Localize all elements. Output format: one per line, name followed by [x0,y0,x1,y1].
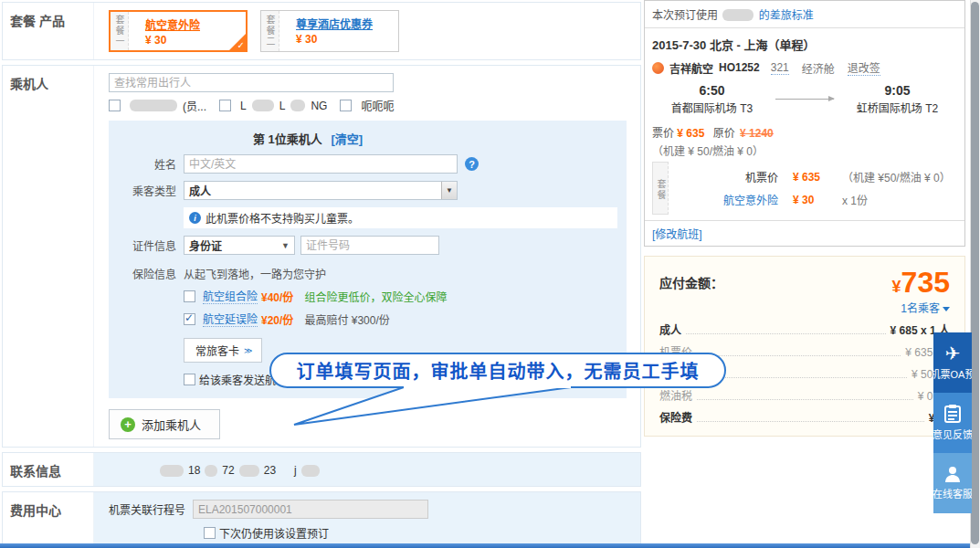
passenger-type-value: 成人 [184,183,441,198]
sms-notify-checkbox[interactable] [184,374,195,385]
fare-value: ¥ 635 [677,127,704,140]
info-icon: i [189,212,201,224]
breakdown-row: 航空意外险 ¥ 30 x 1份 [669,188,957,211]
travel-policy-line: 本次预订使用 的差旅标准 [645,1,964,28]
arrival-time: 9:05 [838,83,957,98]
redacted-name [290,100,305,111]
fare-label: 票价 [652,127,674,140]
tab-online-service[interactable]: 在线客服 [933,453,972,513]
quick-pick-label: L [240,100,247,112]
remember-setting-label: 下次仍使用该设置预订 [219,525,329,541]
departure-time: 6:50 [652,83,772,98]
quick-pick-checkbox[interactable] [109,100,121,111]
taxes-note: （机建 ¥ 50/燃油 ¥ 0） [652,142,957,158]
flight-number: HO1252 [719,61,760,74]
modify-flight-link[interactable]: [修改航班] [652,228,702,241]
delay-insurance-price: ¥20/份 [261,311,293,327]
insurance-link[interactable]: 航空意外险 [669,192,778,207]
breakdown-value: ¥ 635 [778,171,842,184]
package-card-insurance[interactable]: 套餐一 航空意外险 ¥ 30 ✓ [109,10,248,52]
cabin-class: 经济舱 [802,60,835,76]
amount-due-label: 应付金额： [659,266,723,291]
section-cost-center: 费用中心 机票关联行程号 下次仍使用该设置预订 [2,491,641,548]
bundle-tab-label: 套餐 [652,162,669,215]
checkmark-icon: ✓ [237,40,245,50]
passenger-type-select[interactable]: 成人 ▼ [184,181,458,200]
delay-insurance-desc: 最高赔付 ¥300/份 [304,311,389,327]
delay-insurance-checkbox[interactable] [184,313,195,325]
passenger-type-label: 乘客类型 [118,183,176,198]
chevron-down-icon [943,307,950,311]
bottom-divider-bar [0,543,970,548]
amount-due-panel: 应付金额： ¥735 1名乘客 成人¥ 685 x 1 人 机票价¥ 635 /… [644,256,965,437]
package-name-link[interactable]: 尊享酒店优惠券 [296,18,373,31]
breakdown-extra: （机建 ¥50/燃油 ¥ 0） [842,169,951,184]
section-contact: 联系信息 187223 j [2,452,641,487]
frequent-flyer-button[interactable]: 常旅客卡 ≫ [184,338,262,363]
combo-insurance-link[interactable]: 航空组合险 [203,288,258,304]
airline-logo-icon [652,62,664,74]
package-tab-label: 套餐一 [111,12,129,50]
plus-icon: + [121,417,135,432]
quick-pick-checkbox[interactable] [219,100,231,111]
trip-number-label: 机票关联行程号 [109,501,185,517]
bundle-breakdown: 套餐 机票价 ¥ 635 （机建 ¥50/燃油 ¥ 0） 航空意外险 ¥ 30 … [652,162,957,215]
person-icon [943,466,962,482]
add-passenger-button[interactable]: + 添加乘机人 [109,409,220,439]
quick-pick-label: NG [311,100,327,112]
section-packages-label: 套餐 产品 [3,3,94,59]
section-contact-label: 联系信息 [3,453,94,486]
redacted-name [160,465,184,477]
breakdown-label: 机票价 [669,169,778,184]
child-ticket-note: i 此机票价格不支持购买儿童票。 [184,207,617,228]
dropdown-arrow-icon[interactable]: ▼ [441,182,457,199]
help-icon[interactable]: ? [465,157,479,171]
insurance-label: 保险信息 [118,266,176,281]
section-packages: 套餐 产品 套餐一 航空意外险 ¥ 30 ✓ 套餐二 [2,2,641,60]
redacted-name [252,100,274,111]
delay-insurance-link[interactable]: 航空延误险 [203,311,258,327]
passenger-name-input[interactable] [184,154,458,174]
total-row-adult: 成人¥ 685 x 1 人 [659,321,950,337]
combo-insurance-price: ¥40/份 [261,289,293,304]
redacted-phone [205,465,217,477]
annotation-text: 订单填写页面，审批单自动带入，无需员工手填 [297,357,700,384]
clear-passenger-link[interactable]: [清空] [331,132,363,146]
remember-setting-checkbox[interactable] [204,527,216,539]
orig-fare-value: ¥ 1240 [740,127,774,140]
passenger-1-title: 第 1位乘机人 [253,132,322,146]
travel-policy-link[interactable]: 的差旅标准 [759,9,814,22]
chevron-down-icon: ≫ [244,346,250,355]
redacted-name [722,9,753,21]
total-row-fuel-tax: 燃油税¥ 0 /人 [659,387,950,403]
chevron-down-icon: ▼ [277,241,294,250]
breakdown-value: ¥ 30 [778,194,842,206]
id-type-select[interactable]: 身份证 ▼ [184,236,295,255]
arrow-right-icon [775,99,834,100]
quick-pick-label: (员... [183,98,206,113]
id-type-value: 身份证 [184,237,277,253]
tab-flight-oa[interactable]: ✈ 机票OA预 [933,332,972,393]
insurance-slogan: 从起飞到落地，一路为您守护 [184,266,326,281]
breakdown-row: 机票价 ¥ 635 （机建 ¥50/燃油 ¥ 0） [669,165,957,188]
orig-fare-label: 原价 [713,127,735,140]
scrollbar-thumb[interactable] [971,2,979,544]
callout-tail [265,386,630,428]
package-name-link[interactable]: 航空意外险 [145,19,200,32]
booking-page: 套餐 产品 套餐一 航空意外险 ¥ 30 ✓ 套餐二 [0,0,980,548]
total-row-insurance: 保险费¥ 50 [659,409,950,425]
search-traveler-input[interactable] [109,73,394,92]
package-card-hotel-coupon[interactable]: 套餐二 尊享酒店优惠券 ¥ 30 [260,10,399,52]
aircraft-type-link[interactable]: 321 [771,61,789,75]
passenger-count-link[interactable]: 1名乘客 [901,302,940,315]
contact-info: 187223 j [109,460,633,479]
clipboard-icon [944,405,961,423]
tab-feedback[interactable]: 意见反馈 [933,393,972,453]
id-number-input[interactable] [300,236,439,255]
id-info-label: 证件信息 [118,237,176,253]
section-cost-center-label: 费用中心 [3,492,94,548]
quick-pick-checkbox[interactable] [340,100,352,111]
combo-insurance-checkbox[interactable] [184,290,195,302]
trip-number-input[interactable] [193,500,428,519]
refund-policy-link[interactable]: 退改签 [848,59,880,76]
